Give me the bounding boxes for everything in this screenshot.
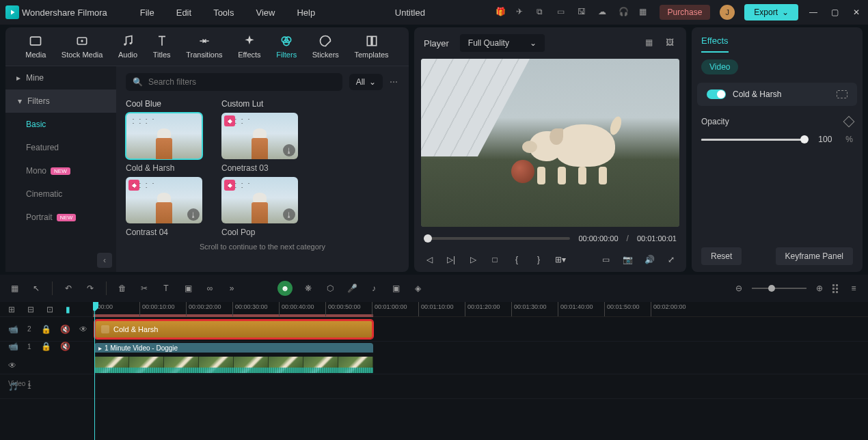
tab-stock-media[interactable]: Stock Media: [62, 34, 103, 59]
filter-clip[interactable]: Cold & Harsh: [94, 320, 373, 339]
filter-cold-harsh-thumb[interactable]: ˇ ˇ ˇ ˇˇ ˇ ˇ: [126, 113, 202, 159]
sidebar-sub-portrait[interactable]: PortraitNEW: [5, 206, 116, 229]
track-lane-video[interactable]: ▸1 Minute Video - Doggie: [93, 342, 868, 374]
export-button[interactable]: Export⌄: [744, 4, 798, 20]
sparkle-icon[interactable]: ❋: [302, 282, 314, 294]
keyframe-diamond-icon[interactable]: [843, 116, 855, 128]
sidebar-sub-featured[interactable]: Featured: [5, 136, 116, 159]
visibility-icon[interactable]: 👁: [8, 361, 18, 370]
effects-tab[interactable]: Effects: [701, 36, 729, 53]
video-clip[interactable]: ▸1 Minute Video - Doggie: [94, 343, 373, 373]
crop-icon[interactable]: ▣: [182, 282, 194, 294]
minimize-icon[interactable]: —: [809, 8, 819, 17]
gift-icon[interactable]: 🎁: [496, 7, 506, 18]
audio-track-icon[interactable]: 🎵: [8, 382, 18, 391]
menu-edit[interactable]: Edit: [167, 8, 201, 18]
marker-track-icon[interactable]: ▮: [66, 305, 75, 314]
fullscreen-icon[interactable]: ⤢: [666, 254, 677, 265]
mark-in-icon[interactable]: {: [511, 254, 522, 265]
magnet-icon[interactable]: ⊡: [46, 305, 56, 314]
link-tracks-icon[interactable]: ⊟: [27, 305, 37, 314]
ai-icon[interactable]: ☻: [277, 281, 293, 296]
filter-contrast-04-thumb[interactable]: ◆ˇ ˇ ˇ ˇˇ ˇ ˇ⭳: [126, 177, 202, 223]
keyframe-panel-button[interactable]: Keyframe Panel: [776, 247, 853, 265]
download-icon[interactable]: ⭳: [187, 208, 200, 221]
cloud-icon[interactable]: ☁: [598, 7, 609, 18]
menu-file[interactable]: File: [131, 8, 164, 18]
stop-icon[interactable]: □: [489, 254, 500, 265]
download-icon[interactable]: ⭳: [283, 144, 295, 156]
play-backward-icon[interactable]: ▷|: [446, 254, 457, 265]
visibility-icon[interactable]: 👁: [79, 325, 87, 334]
grid-view-icon[interactable]: ▦: [645, 38, 656, 49]
tab-media[interactable]: Media: [25, 34, 46, 59]
search-input[interactable]: [148, 77, 336, 87]
snapshot-icon[interactable]: 📷: [622, 254, 633, 265]
filter-all-dropdown[interactable]: All⌄: [349, 74, 383, 90]
shield-icon[interactable]: ⬡: [324, 282, 336, 294]
mute-icon[interactable]: 🔇: [60, 342, 70, 351]
video-chip[interactable]: Video: [701, 59, 738, 74]
track-lane-filter[interactable]: Cold & Harsh: [93, 317, 868, 342]
split-icon[interactable]: ✂: [138, 282, 150, 294]
tab-titles[interactable]: Titles: [153, 34, 171, 59]
avatar[interactable]: J: [720, 5, 735, 20]
more-options-icon[interactable]: ⋯: [390, 77, 399, 87]
device-icon[interactable]: ⧉: [537, 7, 547, 18]
lock-icon[interactable]: 🔒: [41, 325, 51, 334]
mic-icon[interactable]: 🎤: [346, 282, 358, 294]
view-mode-icon[interactable]: [832, 284, 841, 293]
display-icon[interactable]: ▭: [600, 254, 611, 265]
volume-icon[interactable]: 🔊: [644, 254, 655, 265]
screen-icon[interactable]: ▭: [557, 7, 568, 18]
search-box[interactable]: 🔍: [126, 73, 342, 91]
reset-button[interactable]: Reset: [701, 247, 742, 265]
menu-tools[interactable]: Tools: [204, 8, 243, 18]
player-scrubber[interactable]: [424, 237, 570, 240]
mark-out-icon[interactable]: }: [533, 254, 544, 265]
tab-effects[interactable]: Effects: [238, 34, 260, 59]
timeline-ruler[interactable]: :00:00 00:00:10:00 00:00:20:00 00:00:30:…: [93, 302, 868, 317]
ratio-icon[interactable]: ⊞▾: [555, 254, 566, 265]
frame-select-icon[interactable]: [837, 90, 847, 98]
keyframe-icon[interactable]: ◈: [411, 282, 424, 294]
text-icon[interactable]: T: [160, 282, 172, 294]
sidebar-mine[interactable]: ▸Mine: [5, 66, 116, 90]
collapse-sidebar-button[interactable]: ‹: [97, 253, 112, 268]
marker-icon[interactable]: ▣: [390, 282, 402, 294]
menu-view[interactable]: View: [246, 8, 284, 18]
add-track-icon[interactable]: ⊞: [8, 305, 18, 314]
lock-icon[interactable]: 🔒: [41, 342, 51, 351]
filter-cool-pop-thumb[interactable]: ◆ˇ ˇ ˇ ˇˇ ˇ ˇ⭳: [221, 177, 298, 223]
filter-conetrast-03-thumb[interactable]: ◆ˇ ˇ ˇ ˇˇ ˇ ˇ⭳: [221, 113, 298, 159]
music-icon[interactable]: ♪: [368, 282, 380, 294]
zoom-in-icon[interactable]: ⊕: [813, 282, 826, 294]
video-track-icon[interactable]: 📹: [8, 342, 18, 351]
quality-dropdown[interactable]: Full Quality⌄: [460, 34, 545, 52]
list-view-icon[interactable]: ≡: [847, 282, 860, 294]
pointer-icon[interactable]: ↖: [30, 282, 42, 294]
tab-templates[interactable]: Templates: [354, 34, 388, 59]
send-icon[interactable]: ✈: [516, 7, 527, 18]
menu-help[interactable]: Help: [287, 8, 325, 18]
video-track-icon[interactable]: 📹: [8, 325, 18, 334]
play-icon[interactable]: ▷: [467, 254, 478, 265]
opacity-slider[interactable]: [701, 139, 804, 141]
tab-stickers[interactable]: Stickers: [312, 34, 339, 59]
undo-icon[interactable]: ↶: [62, 282, 74, 294]
close-icon[interactable]: ✕: [853, 8, 863, 17]
track-content[interactable]: :00:00 00:00:10:00 00:00:20:00 00:00:30:…: [93, 302, 868, 440]
delete-icon[interactable]: 🗑: [116, 282, 128, 294]
playhead[interactable]: [94, 302, 95, 440]
link-icon[interactable]: ∞: [204, 282, 216, 294]
tab-audio[interactable]: Audio: [118, 34, 137, 59]
prev-frame-icon[interactable]: ◁: [424, 254, 435, 265]
sidebar-sub-cinematic[interactable]: Cinematic: [5, 182, 116, 206]
player-viewport[interactable]: [421, 59, 679, 227]
track-lane-audio[interactable]: [93, 374, 868, 399]
zoom-slider[interactable]: [752, 288, 806, 289]
maximize-icon[interactable]: ▢: [831, 8, 841, 17]
image-view-icon[interactable]: 🖼: [666, 38, 677, 49]
sidebar-sub-mono[interactable]: MonoNEW: [5, 159, 116, 182]
opacity-value[interactable]: 100: [813, 135, 837, 144]
